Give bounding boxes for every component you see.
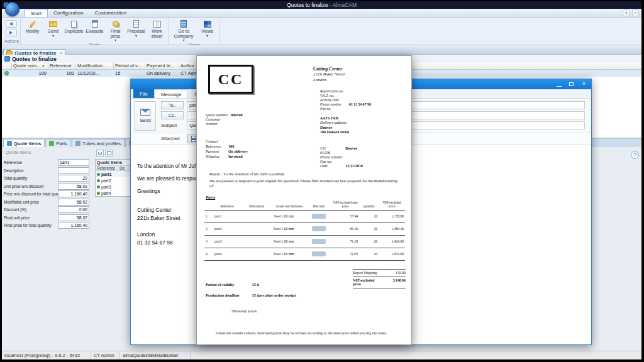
email-send-button[interactable]: Send	[135, 101, 156, 131]
quote-item-row[interactable]: part4	[96, 190, 131, 196]
ribbon-send-button[interactable]: Send ▾	[43, 18, 64, 38]
grand-total-row: VAT-excluded price 5,148.60	[353, 277, 406, 288]
mini-toolbar	[96, 150, 113, 156]
action-back-button[interactable]	[6, 20, 17, 28]
help-icon[interactable]: ?	[623, 9, 630, 16]
worksheet-icon	[153, 19, 161, 28]
duplicate-button[interactable]: Duplicate	[64, 18, 84, 34]
window-titlebar[interactable]: Quotes to finalize - AlmaCAM	[2, 1, 641, 9]
report-line: Report : To the attention of Mr John Goo…	[209, 172, 284, 176]
price-total-field[interactable]	[58, 190, 89, 197]
delivery-label: Delivery address	[320, 120, 349, 124]
tab-tubes-and-profiles[interactable]: Tubes and profiles	[72, 139, 125, 147]
email-tab-file[interactable]: File	[133, 89, 154, 98]
refresh-icon	[98, 151, 102, 155]
work-sheet-button[interactable]: Work sheet	[147, 18, 167, 38]
field-label: Reference	[4, 159, 58, 166]
header-icon-column[interactable]	[2, 63, 12, 70]
columns-button[interactable]	[105, 150, 113, 156]
ribbon: Actions Modify Send ▾ Duplicate	[2, 18, 641, 45]
parts-title: Parts	[206, 195, 215, 200]
email-close-button[interactable]: ×	[578, 80, 590, 88]
cc-button[interactable]: Cc..	[161, 111, 184, 119]
send-envelope-icon	[140, 109, 150, 116]
invoice-address-block: CODenver 01258 Phone number Fax no. Date…	[320, 146, 363, 168]
cell-payment: On delivery	[145, 70, 179, 76]
tab-parts[interactable]: Parts	[45, 139, 71, 147]
views-button[interactable]: Views ▾	[197, 18, 218, 38]
description-field[interactable]	[58, 167, 89, 174]
header-reference[interactable]: Reference	[48, 63, 76, 70]
email-maximize-button[interactable]	[565, 80, 577, 88]
sort-desc-icon: ▼	[42, 64, 45, 68]
part-thumbnail	[312, 239, 326, 244]
header-period[interactable]: Period of v...	[114, 63, 145, 70]
app-menu-button[interactable]	[5, 2, 19, 16]
header-payment[interactable]: Payment te...	[145, 63, 179, 70]
email-tab-message[interactable]: Message	[154, 89, 188, 98]
proposal-button[interactable]: Proposal ▾	[126, 18, 147, 38]
go-to-company-button[interactable]: Go to Company ▾	[170, 18, 197, 42]
quotes-icon	[4, 56, 10, 62]
refresh-button[interactable]	[96, 150, 104, 156]
item-status-icon	[97, 173, 100, 176]
copy-icon	[71, 19, 77, 28]
arrow-right-icon	[9, 31, 13, 35]
unit-price-field[interactable]	[58, 183, 89, 190]
part-thumbnail	[312, 251, 326, 256]
total-quantity-field[interactable]	[58, 175, 89, 182]
minigrid-header-description[interactable]: De	[118, 166, 131, 170]
footnote: Given the current context, indicated pri…	[216, 331, 397, 336]
quote-item-row[interactable]: part3	[96, 184, 131, 190]
maximize-icon	[569, 82, 574, 86]
ribbon-tab-bar: Start Configuration Customization ? ^	[2, 9, 641, 18]
minigrid-header-reference[interactable]: Reference	[96, 166, 118, 170]
discount-field[interactable]	[58, 206, 89, 213]
final-price-button[interactable]: Final price ▾	[105, 18, 126, 42]
help-button[interactable]: ?	[631, 151, 639, 159]
ribbon-tab-customization[interactable]: Customization	[89, 9, 133, 17]
item-status-icon	[97, 185, 100, 189]
reference-field[interactable]	[58, 159, 89, 166]
quote-items-grid-title: Quote items	[96, 160, 131, 166]
email-minimize-button[interactable]	[553, 80, 565, 88]
status-database: localhost (PostgreSql) - 9.6.2 - 5432	[2, 351, 91, 359]
final-price-total-field[interactable]	[58, 222, 89, 229]
action-forward-button[interactable]	[6, 29, 17, 36]
quote-items-grid: Quote items Reference De part1 part2 par…	[95, 159, 132, 197]
deadline-line: Production deadline 15 days after order …	[206, 293, 296, 297]
contact-block: Contact Reference100 PaymentOn delivery …	[206, 139, 248, 159]
collapse-ribbon-icon[interactable]: ^	[632, 9, 639, 16]
section-title: Quotes to finalize	[12, 56, 57, 62]
cell-period: 15	[114, 70, 145, 76]
coins-icon	[113, 19, 119, 28]
window-app-name: AlmaCAM	[333, 2, 357, 8]
modify-button[interactable]: Modify	[22, 18, 43, 34]
modifiable-unit-price-field[interactable]	[58, 199, 89, 206]
parts-table-row: 3part3Steel 1.00 mm 71.20201,424.00	[204, 235, 405, 248]
company-name: Cutting Center	[313, 66, 345, 72]
building-icon	[180, 19, 187, 28]
field-label: Final price for total quantity	[4, 222, 58, 229]
pdf-preview-window[interactable]: CC Cutting Center 221b Baker Street Lond…	[196, 55, 412, 345]
parts-icon	[49, 141, 54, 146]
tubes-icon	[75, 141, 80, 146]
quote-item-row[interactable]: part1	[96, 171, 131, 177]
dropdown-caret-icon: ▾	[135, 35, 137, 38]
delivery-block: AATS FAB. Delivery address Denver 186 Da…	[320, 116, 349, 134]
ribbon-tab-configuration[interactable]: Configuration	[48, 9, 89, 17]
to-button[interactable]: To..	[161, 101, 184, 109]
ribbon-tab-start[interactable]: Start	[25, 9, 48, 17]
tab-quote-items[interactable]: Quote items	[3, 139, 45, 147]
header-modification[interactable]: Modification...	[76, 63, 114, 70]
field-label: Description	[4, 167, 58, 174]
pencil-icon	[31, 19, 34, 28]
evaluate-button[interactable]: Evaluate	[84, 18, 105, 34]
final-unit-price-field[interactable]	[58, 214, 89, 221]
company-info-block: Registration no. V.A.T. no. Activity cod…	[320, 89, 371, 111]
ribbon-group-actions: Actions	[2, 18, 21, 45]
quote-item-row[interactable]: part2	[96, 177, 131, 184]
calculator-icon	[92, 19, 98, 28]
header-quote-number[interactable]: Quote num...▼	[12, 63, 48, 70]
title-separator: -	[330, 2, 331, 8]
